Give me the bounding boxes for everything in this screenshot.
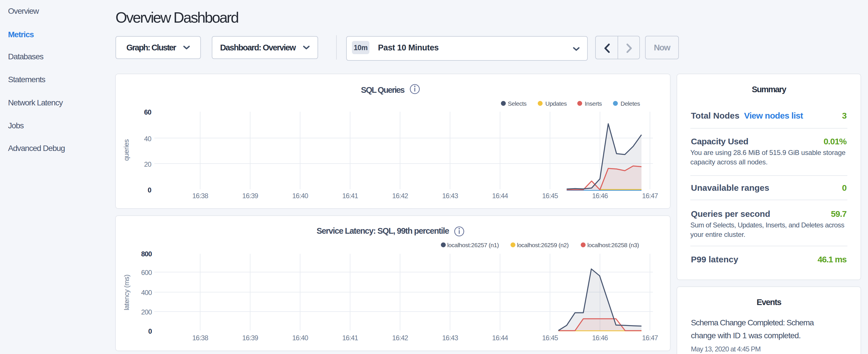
svg-text:0: 0 [148, 186, 151, 194]
svg-text:200: 200 [141, 308, 152, 316]
svg-text:16:43: 16:43 [442, 192, 458, 200]
svg-text:16:40: 16:40 [292, 334, 308, 342]
svg-text:16:45: 16:45 [542, 192, 558, 200]
svg-text:16:42: 16:42 [392, 334, 408, 342]
svg-text:16:41: 16:41 [342, 192, 358, 200]
svg-text:SQL Queries: SQL Queries [361, 85, 405, 95]
svg-text:latency (ms): latency (ms) [123, 275, 130, 311]
svg-text:16:42: 16:42 [392, 192, 408, 200]
svg-text:16:46: 16:46 [592, 334, 608, 342]
svg-text:20: 20 [144, 160, 151, 168]
svg-text:Selects: Selects [508, 100, 526, 107]
svg-text:400: 400 [141, 289, 152, 296]
svg-text:localhost:26257 (n1): localhost:26257 (n1) [447, 242, 499, 248]
svg-text:16:46: 16:46 [592, 192, 608, 200]
svg-text:16:38: 16:38 [192, 192, 208, 200]
svg-text:16:39: 16:39 [242, 334, 258, 342]
svg-text:40: 40 [144, 135, 151, 142]
svg-text:16:45: 16:45 [542, 334, 558, 342]
svg-text:16:41: 16:41 [342, 334, 358, 342]
svg-text:16:38: 16:38 [192, 334, 208, 342]
svg-text:localhost:26258 (n3): localhost:26258 (n3) [587, 242, 639, 248]
svg-text:16:44: 16:44 [492, 192, 508, 200]
svg-text:16:44: 16:44 [492, 334, 508, 342]
svg-text:60: 60 [144, 108, 151, 116]
svg-text:600: 600 [141, 269, 152, 277]
svg-text:Service Latency: SQL, 99th per: Service Latency: SQL, 99th percentile [317, 226, 449, 235]
svg-text:localhost:26259 (n2): localhost:26259 (n2) [517, 242, 568, 248]
svg-text:16:43: 16:43 [442, 334, 458, 342]
svg-text:queries: queries [122, 139, 130, 161]
svg-text:800: 800 [141, 250, 152, 258]
svg-text:16:47: 16:47 [642, 334, 658, 342]
svg-text:16:47: 16:47 [642, 192, 658, 200]
svg-text:Inserts: Inserts [585, 100, 602, 107]
svg-text:Updates: Updates [545, 100, 567, 107]
svg-text:16:40: 16:40 [292, 192, 308, 200]
svg-text:0: 0 [148, 327, 152, 335]
svg-text:16:39: 16:39 [242, 192, 258, 200]
svg-text:Deletes: Deletes [621, 100, 640, 107]
